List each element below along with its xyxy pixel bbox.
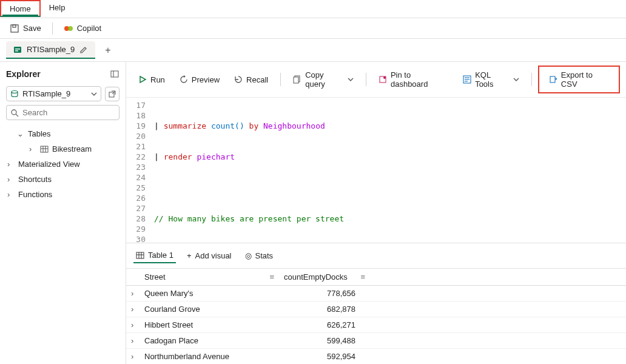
file-tab-row: RTISample_9 +: [0, 39, 626, 62]
svg-rect-7: [111, 71, 118, 77]
results-tab-table1[interactable]: Table 1: [133, 248, 176, 263]
table-icon: [136, 251, 144, 260]
expand-row-icon[interactable]: ›: [126, 302, 140, 317]
expand-row-icon[interactable]: ›: [126, 286, 140, 302]
play-icon: [138, 75, 147, 84]
tree-functions[interactable]: › Functions: [6, 187, 119, 202]
edit-icon[interactable]: [79, 46, 88, 54]
svg-rect-0: [11, 25, 18, 32]
separator: [52, 22, 53, 35]
chevron-down-icon: [513, 76, 519, 83]
open-external-icon[interactable]: [105, 87, 119, 101]
kql-tools-button[interactable]: KQL Tools: [457, 68, 525, 91]
kql-label: KQL Tools: [475, 70, 510, 89]
run-label: Run: [150, 75, 165, 84]
table-row[interactable]: ›Hibbert Street626,271: [126, 317, 626, 333]
expand-row-icon[interactable]: ›: [126, 317, 140, 333]
tree-label: Functions: [18, 190, 52, 199]
table-row[interactable]: ›Queen Mary's778,656: [126, 286, 626, 302]
chevron-down-icon: [348, 76, 354, 83]
database-select[interactable]: RTISample_9: [6, 86, 101, 101]
chevron-down-icon: [91, 91, 97, 97]
tree-label: Tables: [28, 129, 51, 138]
cell-countemptydocks: 778,656: [279, 286, 370, 302]
add-tab-button[interactable]: +: [100, 42, 115, 58]
cell-street: Cadogan Place: [140, 333, 279, 349]
svg-rect-23: [136, 252, 144, 258]
cell-countemptydocks: 682,878: [279, 302, 370, 317]
export-icon: [549, 75, 557, 84]
copilot-label: Copilot: [77, 24, 101, 33]
separator: [280, 73, 281, 86]
kql-tools-icon: [463, 75, 471, 84]
table-row[interactable]: ›Northumberland Avenue592,954: [126, 349, 626, 365]
explorer-tree: ⌄ Tables › Bikestream › Materialized Vie…: [6, 126, 119, 202]
explorer-title: Explorer: [6, 69, 41, 79]
cell-street: Northumberland Avenue: [140, 349, 279, 365]
copy-icon: [293, 75, 301, 84]
panel-toggle-icon[interactable]: [110, 69, 119, 79]
col-header-street[interactable]: Street≡: [140, 269, 279, 286]
sort-icon[interactable]: ≡: [269, 272, 274, 281]
chevron-right-icon: ›: [7, 190, 15, 199]
tree-shortcuts[interactable]: › Shortcuts: [6, 172, 119, 187]
pin-icon: [379, 75, 387, 84]
pin-dashboard-button[interactable]: Pin to dashboard: [372, 68, 454, 91]
chevron-right-icon: ›: [29, 144, 36, 153]
stats-icon: ◎: [245, 251, 252, 260]
recall-button[interactable]: Recall: [228, 73, 274, 87]
tree-matview[interactable]: › Materialized View: [6, 157, 119, 172]
file-tab[interactable]: RTISample_9: [6, 41, 95, 59]
menu-home[interactable]: Home: [0, 0, 41, 17]
tab-label: Table 1: [148, 251, 173, 260]
svg-line-12: [16, 114, 18, 116]
copy-query-button[interactable]: Copy query: [287, 68, 360, 91]
save-button[interactable]: Save: [4, 21, 47, 36]
svg-point-20: [383, 76, 386, 79]
run-button[interactable]: Run: [132, 73, 171, 87]
chevron-right-icon: ›: [7, 160, 15, 169]
svg-rect-5: [15, 49, 20, 50]
database-name: RTISample_9: [22, 89, 70, 98]
recall-label: Recall: [246, 75, 268, 84]
preview-button[interactable]: Preview: [173, 73, 226, 87]
tree-bikestream[interactable]: › Bikestream: [6, 141, 119, 157]
export-csv-highlight: Export to CSV: [538, 66, 620, 93]
code-body[interactable]: | summarize count() by Neighbourhood | r…: [150, 98, 626, 243]
results-tab-stats[interactable]: ◎ Stats: [243, 249, 276, 263]
tab-label: Stats: [255, 251, 274, 260]
recall-icon: [234, 75, 243, 84]
tree-tables[interactable]: ⌄ Tables: [6, 126, 119, 141]
separator: [366, 73, 366, 86]
pin-label: Pin to dashboard: [391, 70, 448, 89]
separator: [531, 73, 532, 86]
refresh-icon: [180, 75, 188, 84]
results-grid[interactable]: Street≡ countEmptyDocks ≡ ›Queen Mary's7…: [126, 269, 626, 364]
sort-icon[interactable]: ≡: [360, 272, 365, 281]
search-input[interactable]: [22, 108, 115, 117]
svg-rect-18: [294, 77, 298, 83]
expand-row-icon[interactable]: ›: [126, 349, 140, 365]
copilot-button[interactable]: Copilot: [58, 21, 107, 36]
svg-rect-4: [14, 47, 21, 53]
search-box[interactable]: [6, 105, 119, 120]
table-row[interactable]: ›Courland Grove682,878: [126, 302, 626, 317]
tree-label: Bikestream: [52, 144, 92, 153]
export-csv-button[interactable]: Export to CSV: [543, 68, 615, 91]
cell-street: Courland Grove: [140, 302, 279, 317]
add-visual-button[interactable]: + Add visual: [184, 249, 234, 263]
tree-label: Shortcuts: [18, 175, 52, 184]
col-header-countemptydocks[interactable]: countEmptyDocks ≡: [279, 269, 370, 286]
chevron-right-icon: ›: [7, 175, 15, 184]
svg-point-3: [68, 26, 73, 31]
table-row[interactable]: ›Cadogan Place599,488: [126, 333, 626, 349]
menu-help[interactable]: Help: [41, 0, 74, 15]
svg-rect-6: [15, 50, 18, 52]
chevron-down-icon: ⌄: [17, 129, 24, 138]
save-label: Save: [23, 24, 41, 33]
col-spacer: [370, 269, 626, 286]
cell-countemptydocks: 626,271: [279, 317, 370, 333]
tree-label: Materialized View: [18, 160, 80, 169]
code-editor[interactable]: 171819 202122 232425 262728 2930 | summa…: [126, 98, 626, 243]
expand-row-icon[interactable]: ›: [126, 333, 140, 349]
